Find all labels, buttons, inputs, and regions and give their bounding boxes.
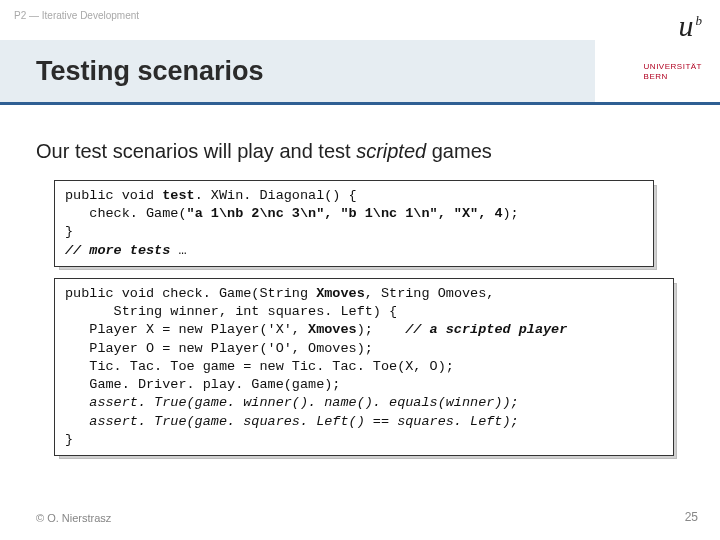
c2l1a: public void check. Game(String: [65, 286, 316, 301]
code-block-1: public void test. XWin. Diagonal() { che…: [54, 180, 654, 267]
c2l9: }: [65, 432, 73, 447]
c2l3a: Player X = new Player('X',: [65, 322, 308, 337]
intro-text: Our test scenarios will play and test sc…: [36, 140, 492, 163]
c1l2c: );: [502, 206, 518, 221]
c2l6: Game. Driver. play. Game(game);: [65, 377, 340, 392]
c2l4: Player O = new Player('O', Omoves);: [65, 341, 373, 356]
c1l3: }: [65, 224, 73, 239]
footer-copyright: © O. Nierstrasz: [36, 512, 111, 524]
c1l1c: . XWin. Diagonal() {: [195, 188, 357, 203]
c2l5: Tic. Tac. Toe game = new Tic. Tac. Toe(X…: [65, 359, 454, 374]
logo-line2: BERN: [644, 72, 668, 81]
code-block-2: public void check. Game(String Xmoves, S…: [54, 278, 674, 456]
c2l1c: , String Omoves,: [365, 286, 495, 301]
c2l3d: // a scripted player: [405, 322, 567, 337]
c2l7: assert. True(game. winner(). name(). equ…: [65, 395, 519, 410]
c2l3c: );: [357, 322, 406, 337]
intro-pre: Our test scenarios will play and test: [36, 140, 356, 162]
intro-post: games: [426, 140, 492, 162]
university-logo: ub: [602, 6, 702, 41]
c1l2a: check. Game(: [65, 206, 187, 221]
c2l3b: Xmoves: [308, 322, 357, 337]
c2l1b: Xmoves: [316, 286, 365, 301]
logo-letter: ub: [679, 6, 703, 41]
c2l8: assert. True(game. squares. Left() == sq…: [65, 414, 519, 429]
c1l2b: "a 1\nb 2\nc 3\n", "b 1\nc 1\n", "X", 4: [187, 206, 503, 221]
divider: [0, 102, 720, 105]
page-number: 25: [685, 510, 698, 524]
logo-u: u: [679, 9, 694, 42]
c1l1b: test: [162, 188, 194, 203]
logo-sup: b: [696, 13, 703, 28]
c2l2: String winner, int squares. Left) {: [65, 304, 397, 319]
c1l4b: …: [178, 243, 186, 258]
c1l4a: // more tests: [65, 243, 178, 258]
logo-line1: UNIVERSITÄT: [644, 62, 702, 71]
intro-em: scripted: [356, 140, 426, 162]
logo-text: UNIVERSITÄT BERN: [644, 62, 702, 81]
page-title: Testing scenarios: [36, 56, 264, 87]
title-bar: Testing scenarios: [0, 40, 595, 102]
c1l1a: public void: [65, 188, 162, 203]
breadcrumb: P2 — Iterative Development: [14, 10, 139, 21]
